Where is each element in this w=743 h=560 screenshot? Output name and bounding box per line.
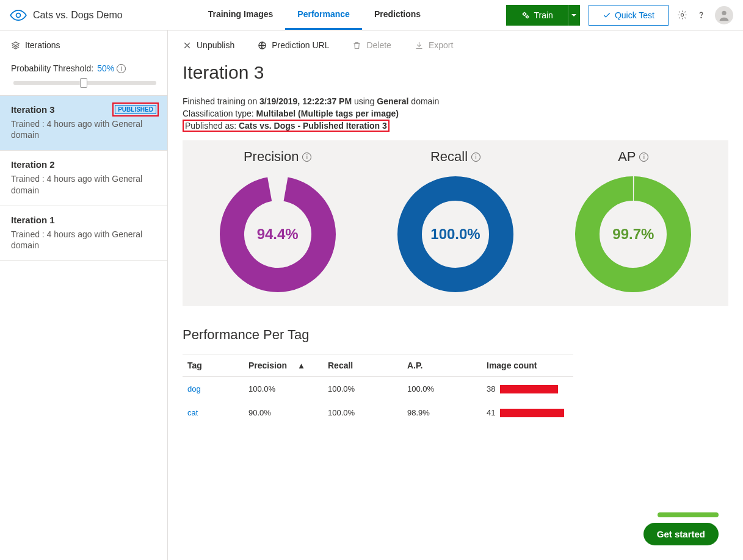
get-started-progress	[658, 512, 719, 517]
main: Iterations Probability Threshold: 50% i …	[0, 31, 743, 560]
info-icon[interactable]: i	[302, 153, 311, 162]
cell-count: 38	[487, 384, 495, 393]
content: Unpublish Prediction URL Delete Export I…	[168, 31, 743, 560]
header: Cats vs. Dogs Demo Training Images Perfo…	[0, 0, 743, 31]
metric-recall: Recalli 100.0%	[379, 149, 532, 295]
iteration-title: Iteration 3	[11, 104, 55, 115]
metric-ap: APi 99.7%	[557, 149, 709, 295]
metric-precision: Precisioni 94.4%	[201, 149, 354, 295]
iteration-subtitle: Trained : 4 hours ago with General domai…	[11, 229, 156, 251]
train-dropdown[interactable]	[568, 5, 580, 26]
quick-test-button[interactable]: Quick Test	[589, 5, 669, 26]
get-started-button[interactable]: Get started	[643, 523, 719, 545]
train-label: Train	[534, 10, 553, 20]
tag-link[interactable]: dog	[187, 384, 201, 393]
cell-ap: 98.9%	[402, 401, 482, 425]
threshold-value: 50%	[97, 63, 114, 73]
classification-type-line: Classification type: Multilabel (Multipl…	[183, 109, 728, 118]
iteration-subtitle: Trained : 4 hours ago with General domai…	[11, 118, 156, 140]
nav-tabs: Training Images Performance Predictions	[196, 0, 433, 30]
delete-button: Delete	[352, 40, 391, 50]
prediction-url-button[interactable]: Prediction URL	[258, 40, 329, 50]
finished-training-line: Finished training on 3/19/2019, 12:22:37…	[183, 96, 728, 106]
iteration-title: Iteration 2	[11, 159, 156, 170]
svg-point-1	[523, 13, 526, 15]
check-icon	[603, 11, 611, 20]
threshold-slider[interactable]	[11, 77, 156, 89]
metrics-panel: Precisioni 94.4% Recalli	[183, 140, 728, 306]
svg-point-4	[701, 17, 701, 18]
tab-predictions[interactable]: Predictions	[362, 0, 433, 30]
header-right: Train Quick Test	[506, 5, 734, 26]
col-precision[interactable]: Precision▴	[244, 354, 323, 377]
sort-up-icon: ▴	[299, 361, 303, 370]
content-toolbar: Unpublish Prediction URL Delete Export	[168, 31, 743, 60]
published-as-line: Published as: Cats vs. Dogs - Published …	[183, 121, 728, 131]
info-icon[interactable]: i	[471, 153, 480, 162]
prediction-url-label: Prediction URL	[272, 40, 329, 50]
download-icon	[415, 41, 424, 50]
count-bar	[500, 385, 558, 393]
precision-title: Precision	[244, 149, 299, 165]
trash-icon	[352, 41, 361, 50]
help-icon[interactable]	[696, 10, 706, 20]
info-icon[interactable]: i	[117, 64, 126, 73]
iterations-label: Iterations	[25, 40, 60, 50]
col-tag[interactable]: Tag	[183, 354, 244, 377]
unpublish-button[interactable]: Unpublish	[183, 40, 234, 50]
export-label: Export	[429, 40, 453, 50]
iteration-item-3[interactable]: Iteration 3 PUBLISHED Trained : 4 hours …	[0, 96, 167, 151]
layers-icon	[11, 41, 20, 50]
col-recall[interactable]: Recall	[323, 354, 402, 377]
info-icon[interactable]: i	[639, 153, 648, 162]
quick-test-label: Quick Test	[615, 10, 654, 20]
unpublish-label: Unpublish	[197, 40, 234, 50]
iteration-title: Iteration 1	[11, 215, 156, 225]
iteration-item-2[interactable]: Iteration 2 Trained : 4 hours ago with G…	[0, 151, 167, 206]
table-row: dog 100.0% 100.0% 100.0% 38	[183, 377, 573, 401]
delete-label: Delete	[366, 40, 391, 50]
ap-value: 99.7%	[612, 226, 654, 243]
cell-count: 41	[487, 408, 495, 417]
cell-recall: 100.0%	[323, 377, 402, 401]
person-icon	[717, 9, 731, 22]
sidebar: Iterations Probability Threshold: 50% i …	[0, 31, 168, 560]
export-button: Export	[415, 40, 453, 50]
count-bar	[500, 409, 564, 417]
published-badge: PUBLISHED	[115, 105, 156, 114]
close-icon	[183, 41, 192, 50]
globe-icon	[258, 41, 267, 50]
gears-icon	[521, 10, 531, 20]
svg-point-0	[16, 13, 21, 17]
iteration-subtitle: Trained : 4 hours ago with General domai…	[11, 173, 156, 195]
ap-title: AP	[618, 149, 636, 165]
performance-table: Tag Precision▴ Recall A.P. Image count d…	[183, 354, 573, 425]
threshold-label: Probability Threshold:	[11, 63, 93, 73]
probability-threshold: Probability Threshold: 50% i	[11, 63, 156, 73]
iteration-heading: Iteration 3	[183, 62, 728, 83]
col-image-count[interactable]: Image count	[482, 354, 573, 377]
recall-value: 100.0%	[430, 226, 480, 243]
svg-point-5	[722, 10, 726, 15]
tab-training-images[interactable]: Training Images	[196, 0, 286, 30]
performance-per-tag-title: Performance Per Tag	[183, 327, 728, 343]
precision-value: 94.4%	[257, 226, 299, 243]
train-button[interactable]: Train	[506, 5, 580, 26]
iteration-item-1[interactable]: Iteration 1 Trained : 4 hours ago with G…	[0, 206, 167, 261]
app-title: Cats vs. Dogs Demo	[33, 10, 123, 21]
col-ap[interactable]: A.P.	[402, 354, 482, 377]
tab-performance[interactable]: Performance	[285, 0, 362, 30]
recall-title: Recall	[430, 149, 468, 165]
svg-point-2	[526, 16, 528, 18]
cell-ap: 100.0%	[402, 377, 482, 401]
svg-point-3	[681, 13, 683, 16]
caret-down-icon	[571, 12, 577, 18]
eye-logo-icon	[10, 7, 27, 24]
avatar[interactable]	[715, 6, 733, 24]
tag-link[interactable]: cat	[187, 408, 198, 417]
cell-precision: 90.0%	[244, 401, 323, 425]
table-row: cat 90.0% 100.0% 98.9% 41	[183, 401, 573, 425]
iterations-header: Iterations	[11, 40, 156, 50]
settings-icon[interactable]	[677, 10, 687, 20]
cell-precision: 100.0%	[244, 377, 323, 401]
